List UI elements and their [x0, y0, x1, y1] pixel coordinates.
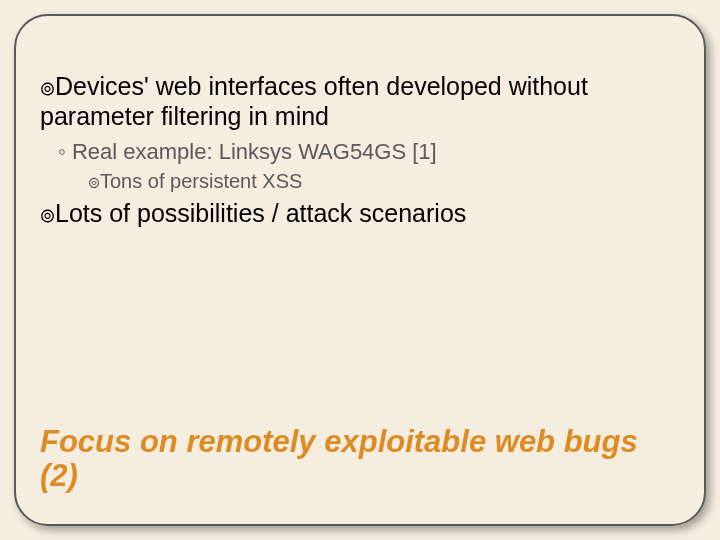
bullet-level1: ๏Devices' web interfaces often developed… [40, 72, 680, 131]
bullet-text: Devices' web interfaces often developed … [40, 72, 588, 130]
curly-bullet-icon: ๏ [88, 170, 100, 192]
bullet-text: Lots of possibilities / attack scenarios [55, 199, 466, 227]
bullet-level3: ๏Tons of persistent XSS [88, 169, 680, 193]
bullet-text: Real example: Linksys WAG54GS [1] [72, 139, 437, 164]
bullet-level2: ◦ Real example: Linksys WAG54GS [1] [58, 139, 680, 165]
bullet-text: Tons of persistent XSS [100, 170, 302, 192]
curly-bullet-icon: ๏ [40, 73, 55, 100]
slide-title: Focus on remotely exploitable web bugs (… [40, 425, 680, 494]
curly-bullet-icon: ๏ [40, 200, 55, 227]
slide-body: ๏Devices' web interfaces often developed… [40, 72, 680, 237]
bullet-level1: ๏Lots of possibilities / attack scenario… [40, 199, 680, 229]
slide: ๏Devices' web interfaces often developed… [0, 0, 720, 540]
ring-bullet-icon: ◦ [58, 139, 66, 164]
